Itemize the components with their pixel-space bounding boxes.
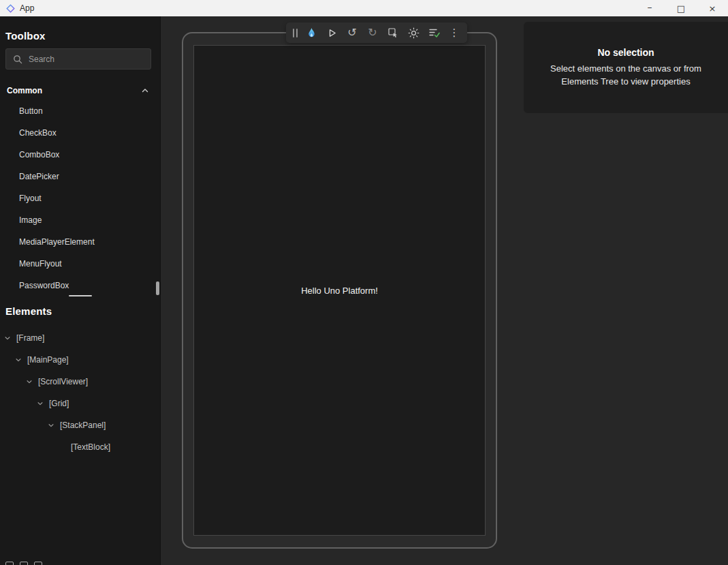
- search-icon: [13, 55, 22, 64]
- toolbox-item-datepicker[interactable]: DatePicker: [0, 166, 161, 187]
- tree-item-label: [MainPage]: [27, 355, 69, 365]
- tree-item-grid[interactable]: [Grid]: [0, 393, 161, 414]
- more-options-button[interactable]: ⋮: [444, 22, 464, 43]
- play-button[interactable]: [321, 22, 342, 43]
- chevron-down-icon[interactable]: [26, 378, 33, 385]
- no-selection-message: Select elements on the canvas or from El…: [533, 62, 718, 89]
- element-picker-icon: [387, 27, 398, 38]
- toolbox-search[interactable]: [5, 48, 151, 70]
- tree-item-label: [StackPanel]: [60, 421, 106, 430]
- play-icon: [327, 28, 337, 38]
- toolbox-item-button[interactable]: Button: [0, 100, 161, 122]
- toolbar-grip-handle[interactable]: [289, 22, 301, 43]
- toolbox-item-image[interactable]: Image: [0, 209, 161, 231]
- chevron-down-icon[interactable]: [4, 335, 11, 341]
- checklist-check-icon: [428, 27, 440, 38]
- designer-toolbar: ↺ ↻: [286, 22, 467, 43]
- toolbox-scrollbar-thumb[interactable]: [156, 281, 159, 295]
- splitter-grip-icon: [69, 295, 92, 296]
- tree-item-label: [Frame]: [16, 333, 44, 343]
- design-canvas[interactable]: Hello Uno Platform!: [161, 16, 728, 565]
- app-window: App – □ × Toolbox Common Butt: [0, 0, 728, 565]
- panel-icon-clipped[interactable]: [20, 562, 28, 565]
- undo-button[interactable]: ↺: [342, 22, 362, 43]
- tree-item-scrollviewer[interactable]: [ScrollViewer]: [0, 371, 161, 393]
- section-label: Common: [7, 86, 42, 95]
- app-logo-icon: [6, 4, 15, 13]
- toolbox-item-menuflyout[interactable]: MenuFlyout: [0, 253, 161, 275]
- validation-button[interactable]: [424, 22, 444, 43]
- chevron-up-icon: [141, 87, 149, 95]
- toolbox-item-checkbox[interactable]: CheckBox: [0, 122, 161, 144]
- theme-toggle-button[interactable]: [403, 22, 424, 43]
- panel-icon-clipped[interactable]: [5, 562, 14, 565]
- elements-panel-title: Elements: [5, 305, 52, 317]
- chevron-down-icon[interactable]: [37, 400, 44, 407]
- search-input[interactable]: [29, 55, 144, 64]
- element-picker-button[interactable]: [383, 22, 403, 43]
- close-button[interactable]: ×: [697, 0, 728, 16]
- sun-icon: [408, 27, 420, 39]
- hot-design-flame-button[interactable]: [301, 22, 321, 43]
- toolbox-item-flyout[interactable]: Flyout: [0, 187, 161, 209]
- panel-icon-clipped[interactable]: [34, 562, 42, 565]
- tree-item-stackpanel[interactable]: [StackPanel]: [0, 414, 161, 436]
- undo-icon: ↺: [347, 27, 356, 38]
- device-frame: Hello Uno Platform!: [182, 32, 497, 549]
- toolbox-panel-title: Toolbox: [5, 30, 46, 42]
- no-selection-title: No selection: [597, 47, 654, 58]
- maximize-button[interactable]: □: [665, 0, 697, 16]
- clipped-bottom-panel-icons[interactable]: [5, 562, 87, 565]
- redo-icon: ↻: [368, 27, 377, 38]
- properties-panel: No selection Select elements on the canv…: [524, 22, 728, 113]
- toolbox-item-combobox[interactable]: ComboBox: [0, 144, 161, 166]
- chevron-down-icon[interactable]: [48, 422, 54, 429]
- toolbox-item-mediaplayerelement[interactable]: MediaPlayerElement: [0, 231, 161, 253]
- tree-item-label: [ScrollViewer]: [38, 377, 88, 386]
- toolbox-section-common[interactable]: Common: [0, 80, 161, 100]
- tree-item-textblock[interactable]: [TextBlock]: [0, 436, 161, 458]
- minimize-button[interactable]: –: [634, 0, 665, 16]
- window-title: App: [20, 3, 34, 13]
- tree-item-mainpage[interactable]: [MainPage]: [0, 349, 161, 371]
- sidebar: Toolbox Common Button CheckBox ComboBox …: [0, 16, 161, 565]
- kebab-menu-icon: ⋮: [449, 28, 460, 38]
- flame-icon: [306, 27, 317, 39]
- hello-textblock[interactable]: Hello Uno Platform!: [301, 286, 378, 296]
- device-screen[interactable]: Hello Uno Platform!: [193, 45, 486, 536]
- elements-tree: [Frame] [MainPage] [ScrollViewer] [Grid]…: [0, 327, 161, 458]
- panel-splitter[interactable]: [0, 294, 161, 298]
- tree-item-frame[interactable]: [Frame]: [0, 327, 161, 349]
- titlebar: App – □ ×: [0, 0, 728, 16]
- redo-button[interactable]: ↻: [362, 22, 383, 43]
- tree-item-label: [Grid]: [49, 399, 69, 408]
- chevron-down-icon[interactable]: [15, 356, 22, 363]
- tree-item-label: [TextBlock]: [71, 442, 110, 452]
- toolbox-list: Button CheckBox ComboBox DatePicker Flyo…: [0, 100, 161, 296]
